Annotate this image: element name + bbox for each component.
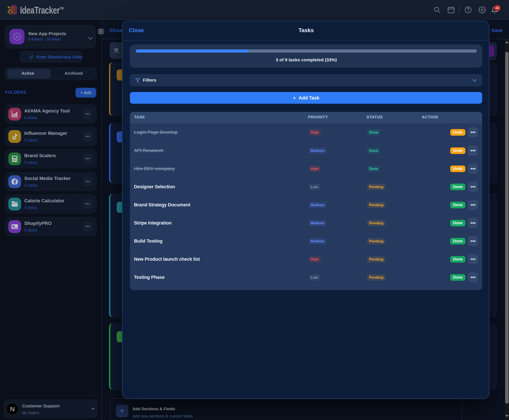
svg-text:JS: JS [15, 35, 19, 38]
